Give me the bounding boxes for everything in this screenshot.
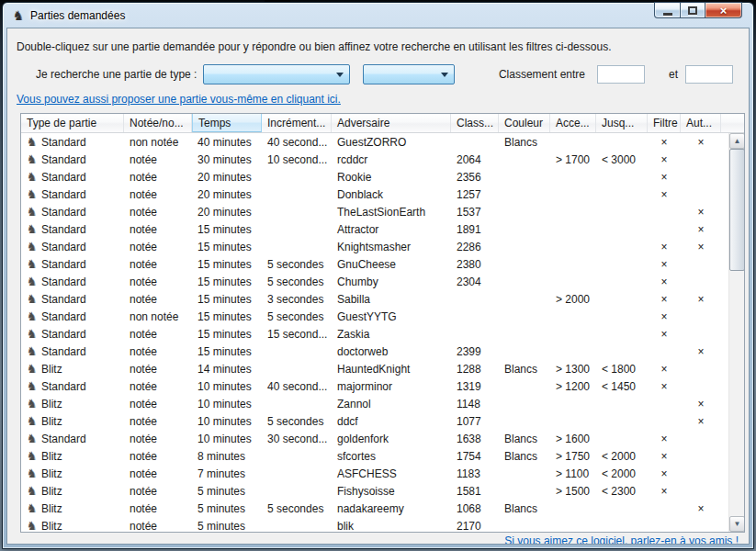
chess-piece-icon: ♞ [24,398,39,410]
cell-increment [262,168,332,186]
cell-increment [262,343,332,360]
column-header-auto[interactable]: Aut... [681,114,721,132]
table-row[interactable]: ♞Standardnotée15 minutes3 secondesSabill… [21,290,744,308]
cell-opponent: Attractor [332,220,451,238]
cell-rated: notée [124,343,192,360]
cell-color [499,377,550,395]
column-header-accept-min[interactable]: Acce... [550,114,596,132]
scroll-up-button[interactable]: ▲ [729,133,745,149]
close-icon: × [720,5,728,17]
cell-color: Blancs [499,430,550,447]
cell-filter: × [648,151,681,168]
table-row[interactable]: ♞Standardnotée30 minutes10 second...rcdd… [21,151,744,168]
game-subtype-select[interactable] [363,64,455,84]
table-row[interactable]: ♞Blitznotée8 minutessfcortes1754Blancs> … [21,447,744,465]
table-row[interactable]: ♞Blitznotée10 minutesZannol1148× [21,395,744,412]
cell-accept-min: > 1600 [550,430,596,447]
cell-rated: notée [124,517,192,532]
minimize-button[interactable] [654,2,681,18]
table-row[interactable]: ♞Standardnotée15 minutes5 secondesChumby… [21,273,744,290]
rating-max-input[interactable] [685,65,733,84]
cell-time: 15 minutes [192,343,262,360]
cell-time: 10 minutes [192,395,262,412]
table-row[interactable]: ♞Standardnotée15 minutes15 second...Zask… [21,325,744,343]
cell-accept-min: > 1750 [550,447,596,465]
table-row[interactable]: ♞Standardnotée20 minutesDonblack1257× [21,186,744,203]
propose-game-link[interactable]: Vous pouvez aussi proposer une partie vo… [17,93,341,106]
table-row[interactable]: ♞Standardnotée10 minutes30 second...gold… [21,430,744,447]
cell-auto [681,186,721,203]
cell-accept-max [596,517,648,532]
table-row[interactable]: ♞Standardnon notée40 minutes40 second...… [21,133,744,151]
cell-opponent: sfcortes [332,447,451,465]
cell-type: ♞Standard [21,151,124,168]
column-header-opponent[interactable]: Adversaire [332,114,451,132]
column-header-accept-max[interactable]: Jusq... [596,114,648,132]
table-row[interactable]: ♞Standardnotée10 minutes40 second...majo… [21,377,744,395]
game-type-select[interactable] [203,64,350,84]
app-icon: ♞ [10,8,27,23]
column-header-filter[interactable]: Filtre [648,114,681,132]
column-header-increment[interactable]: Incrément... [262,114,332,132]
cell-accept-max: < 2000 [596,447,648,465]
cell-time: 5 minutes [192,482,262,500]
chess-piece-icon: ♞ [24,415,39,427]
table-row[interactable]: ♞Blitznotée5 minutesFishysoisse1581> 150… [21,482,744,500]
table-row[interactable]: ♞Standardnotée20 minutesTheLastSionEarth… [21,203,744,220]
table-row[interactable]: ♞Standardnotée15 minutes5 secondesGnuChe… [21,255,744,273]
table-row[interactable]: ♞Blitznotée14 minutesHauntedKnight1288Bl… [21,360,744,377]
column-header-time[interactable]: Temps [192,114,262,132]
cell-filter: × [648,238,681,255]
cell-accept-max [596,500,648,517]
table-row[interactable]: ♞Standardnotée15 minutesAttractor1891× [21,220,744,238]
cell-rated: notée [124,430,192,447]
type-filter-label: Je recherche une partie de type : [36,68,197,81]
cell-time: 15 minutes [192,238,262,255]
cell-time: 20 minutes [192,168,262,186]
cell-time: 15 minutes [192,308,262,325]
cell-accept-max [596,290,648,308]
cell-rating: 1537 [451,203,499,220]
share-link[interactable]: Si vous aimez ce logiciel, parlez-en à v… [7,534,739,545]
cell-accept-min [550,220,596,238]
cell-rated: notée [124,360,192,377]
table-row[interactable]: ♞Blitznotée7 minutesASFCHESS1183> 1100< … [21,465,744,482]
rating-min-input[interactable] [597,65,645,84]
cell-filter: × [648,482,681,500]
scroll-down-button[interactable]: ▼ [729,516,745,532]
vertical-scrollbar[interactable]: ▲ ▼ [728,133,744,532]
cell-type: ♞Standard [21,203,124,220]
chess-piece-icon: ♞ [24,485,39,497]
cell-color: Blancs [499,500,550,517]
table-row[interactable]: ♞Standardnotée15 minutesdoctorweb2399× [21,343,744,360]
cell-auto: × [681,500,721,517]
column-header-rated[interactable]: Notée/no... [124,114,192,132]
cell-accept-max [596,220,648,238]
table-row[interactable]: ♞Blitznotée10 minutes5 secondesddcf1077× [21,412,744,430]
table-row[interactable]: ♞Standardnotée20 minutesRookie2356× [21,168,744,186]
table-row[interactable]: ♞Blitznotée5 minutesblik2170 [21,517,744,532]
column-header-rating[interactable]: Class... [451,114,499,132]
cell-auto [681,255,721,273]
cell-color [499,517,550,532]
cell-accept-min: > 1100 [550,465,596,482]
scrollbar-thumb[interactable] [729,149,745,271]
cell-type: ♞Blitz [21,517,124,532]
table-row[interactable]: ♞Standardnotée15 minutesKnightsmasher228… [21,238,744,255]
cell-opponent: Chumby [332,273,451,290]
cell-auto [681,377,721,395]
table-row[interactable]: ♞Blitznotée5 minutes5 secondesnadakareem… [21,500,744,517]
cell-time: 8 minutes [192,447,262,465]
cell-color [499,482,550,500]
titlebar[interactable]: ♞ Parties demandées × [6,3,750,28]
close-button[interactable]: × [705,2,742,18]
column-header-color[interactable]: Couleur [499,114,550,132]
table-row[interactable]: ♞Standardnon notée15 minutes5 secondesGu… [21,308,744,325]
maximize-button[interactable] [680,2,705,18]
cell-accept-min [550,412,596,430]
cell-accept-max [596,430,648,447]
column-header-type[interactable]: Type de partie [21,114,124,132]
cell-type: ♞Standard [21,325,124,343]
cell-rated: notée [124,325,192,343]
cell-filter [648,517,681,532]
